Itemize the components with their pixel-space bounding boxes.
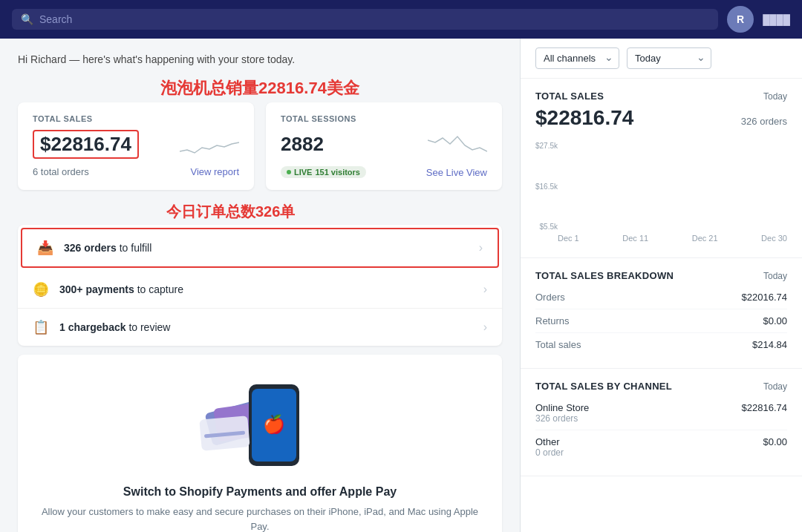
payments-chevron: › [483, 283, 487, 296]
payments-item[interactable]: 🪙 300+ payments to capture › [18, 271, 502, 309]
total-sales-card: TOTAL SALES $22816.74 6 total orders Vie… [18, 102, 254, 190]
bar-chart-svg [562, 139, 787, 228]
fulfill-chevron: › [479, 241, 483, 254]
chargeback-chevron: › [483, 321, 487, 334]
total-sessions-label: TOTAL SESSIONS [281, 114, 487, 123]
svg-text:🍎: 🍎 [263, 413, 285, 435]
online-store-name: Online Store [535, 402, 589, 413]
stats-row: TOTAL SALES $22816.74 6 total orders Vie… [18, 102, 502, 190]
main-layout: Hi Richard — here's what's happening wit… [0, 39, 802, 532]
breakdown-time: Today [763, 271, 787, 281]
chargeback-item[interactable]: 📋 1 chargeback to review › [18, 309, 502, 346]
live-label: LIVE [294, 168, 312, 177]
sales-sparkline [180, 129, 239, 159]
channel-other: Other 0 order $0.00 [535, 430, 787, 464]
right-sales-time: Today [763, 91, 787, 102]
chart-x-labels: Dec 1 Dec 11 Dec 21 Dec 30 [535, 234, 787, 243]
user-label: ████ [763, 14, 790, 25]
total-orders-text: 6 total orders [33, 166, 89, 177]
by-channel-section: TOTAL SALES BY CHANNEL Today Online Stor… [521, 369, 802, 476]
fulfill-icon: 📥 [37, 240, 53, 256]
total-sessions-value: 2882 [281, 133, 324, 156]
breakdown-total-label: Total sales [535, 339, 581, 350]
chargeback-count: 1 chargeback [59, 321, 126, 333]
orders-annotation: 今日订单总数326单 [166, 202, 502, 222]
other-channel-name: Other [535, 436, 564, 447]
fulfill-orders-item[interactable]: 📥 326 orders to fulfill › [21, 228, 499, 268]
breakdown-returns-label: Returns [535, 315, 570, 326]
visitors-count: 151 visitors [315, 168, 360, 177]
top-nav: 🔍 R ████ [0, 0, 802, 39]
breakdown-orders-value: $22016.74 [742, 292, 787, 303]
search-bar[interactable]: 🔍 [12, 9, 718, 30]
breakdown-orders-label: Orders [535, 292, 565, 303]
filter-row: All channels Online Store Other Today Ye… [521, 39, 802, 79]
total-sales-footer: 6 total orders View report [33, 166, 239, 177]
right-panel: All channels Online Store Other Today Ye… [520, 39, 802, 532]
sessions-sparkline [428, 129, 487, 159]
promo-title: Switch to Shopify Payments and offer App… [33, 485, 487, 499]
online-store-orders: 326 orders [535, 413, 589, 424]
right-sales-title: TOTAL SALES [535, 91, 604, 102]
view-report-link[interactable]: View report [190, 166, 239, 177]
online-store-value: $22816.74 [742, 402, 787, 413]
other-channel-orders: 0 order [535, 447, 564, 458]
live-view-link[interactable]: See Live View [426, 167, 487, 178]
promo-desc: Allow your customers to make easy and se… [33, 505, 487, 532]
by-channel-header: TOTAL SALES BY CHANNEL Today [535, 381, 787, 392]
promo-image: 🍎 [193, 377, 327, 473]
breakdown-returns-value: $0.00 [763, 315, 787, 326]
breakdown-total-row: Total sales $214.84 [535, 333, 787, 356]
total-sessions-content: 2882 [281, 129, 487, 159]
right-sales-value: $22816.74 [535, 106, 633, 130]
live-badge: LIVE 151 visitors [281, 166, 366, 178]
fulfill-count: 326 orders [64, 242, 117, 254]
search-input[interactable] [39, 13, 709, 25]
by-channel-title: TOTAL SALES BY CHANNEL [535, 381, 672, 392]
promo-svg: 🍎 [193, 377, 327, 473]
fulfill-text: 326 orders to fulfill [64, 242, 469, 254]
total-sales-content: $22816.74 [33, 129, 239, 159]
right-total-sales-section: TOTAL SALES Today $22816.74 326 orders $… [521, 79, 802, 258]
breakdown-header: TOTAL SALES BREAKDOWN Today [535, 270, 787, 281]
time-filter-wrapper[interactable]: Today Yesterday Last 7 days Last 30 days [627, 47, 711, 69]
chargeback-text: 1 chargeback to review [59, 321, 473, 333]
payments-text: 300+ payments to capture [59, 283, 473, 295]
time-filter[interactable]: Today Yesterday Last 7 days Last 30 days [627, 47, 711, 69]
breakdown-returns-row: Returns $0.00 [535, 309, 787, 333]
by-channel-time: Today [763, 381, 787, 392]
total-sales-value: $22816.74 [33, 130, 139, 159]
total-sessions-card: TOTAL SESSIONS 2882 LIVE 151 visitors Se… [266, 102, 502, 190]
promo-card: 🍎 Switch to Shopify Payments and offer A… [18, 355, 502, 532]
bar-chart: $27.5k $16.5k $5.5k [535, 139, 787, 243]
chargeback-icon: 📋 [33, 319, 49, 335]
breakdown-title: TOTAL SALES BREAKDOWN [535, 270, 674, 281]
greeting-text: Hi Richard — here's what's happening wit… [18, 53, 502, 65]
sales-annotation: 泡泡机总销量22816.74美金 [18, 77, 502, 99]
breakdown-orders-row: Orders $22016.74 [535, 286, 787, 309]
other-channel-value: $0.00 [763, 436, 787, 447]
action-card: 📥 326 orders to fulfill › 🪙 300+ payment… [18, 225, 502, 346]
breakdown-total-value: $214.84 [752, 339, 787, 350]
search-icon: 🔍 [21, 13, 33, 25]
channel-online-store: Online Store 326 orders $22816.74 [535, 396, 787, 430]
left-panel: Hi Richard — here's what's happening wit… [0, 39, 520, 532]
right-sales-header: TOTAL SALES Today [535, 91, 787, 102]
channels-filter[interactable]: All channels Online Store Other [535, 47, 619, 69]
channels-filter-wrapper[interactable]: All channels Online Store Other [535, 47, 619, 69]
breakdown-section: TOTAL SALES BREAKDOWN Today Orders $2201… [521, 258, 802, 369]
total-sessions-footer: LIVE 151 visitors See Live View [281, 166, 487, 178]
payments-icon: 🪙 [33, 281, 49, 298]
total-sales-label: TOTAL SALES [33, 114, 239, 123]
live-dot [287, 170, 291, 174]
y-axis: $27.5k $16.5k $5.5k [535, 142, 562, 231]
payments-count: 300+ payments [59, 283, 134, 295]
right-sales-orders: 326 orders [741, 116, 787, 127]
avatar[interactable]: R [727, 6, 754, 33]
